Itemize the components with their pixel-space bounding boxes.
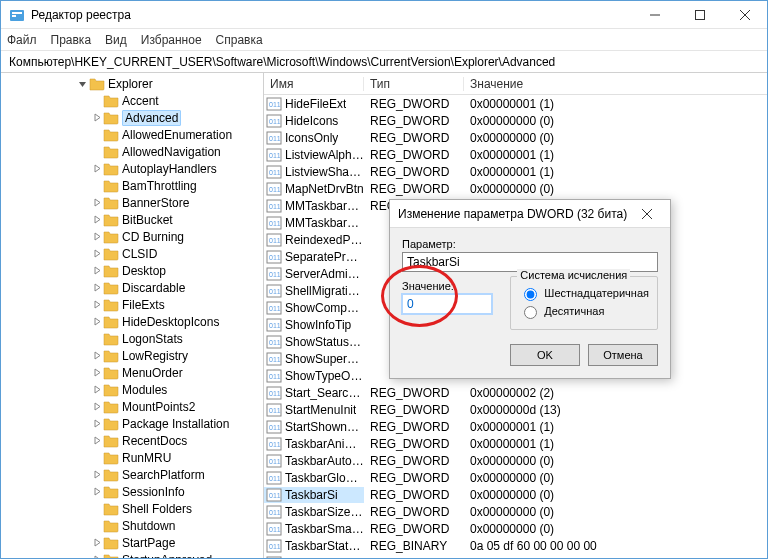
- tree-row[interactable]: StartPage: [1, 534, 263, 551]
- tree-row[interactable]: HideDesktopIcons: [1, 313, 263, 330]
- chevron-right-icon[interactable]: [89, 432, 103, 449]
- tree-label: FileExts: [122, 298, 165, 312]
- tree-row[interactable]: RunMRU: [1, 449, 263, 466]
- menu-view[interactable]: Вид: [105, 33, 127, 47]
- tree-row[interactable]: CD Burning: [1, 228, 263, 245]
- chevron-right-icon[interactable]: [89, 398, 103, 415]
- tree-row[interactable]: Accent: [1, 92, 263, 109]
- svg-text:011: 011: [269, 237, 281, 244]
- list-row[interactable]: 011TaskbarAnimati...REG_DWORD0x00000001 …: [264, 435, 767, 452]
- value-input[interactable]: [402, 294, 492, 314]
- list-row[interactable]: 011ListviewAlphaSe...REG_DWORD0x00000001…: [264, 146, 767, 163]
- chevron-right-icon[interactable]: [89, 245, 103, 262]
- column-type[interactable]: Тип: [364, 77, 464, 91]
- list-row[interactable]: 011StartShownOnU...REG_DWORD0x00000001 (…: [264, 418, 767, 435]
- tree-row[interactable]: MountPoints2: [1, 398, 263, 415]
- chevron-right-icon[interactable]: [89, 466, 103, 483]
- chevron-right-icon[interactable]: [89, 551, 103, 558]
- radio-dec[interactable]: Десятичная: [519, 303, 649, 319]
- tree-row[interactable]: Discardable: [1, 279, 263, 296]
- menu-favorites[interactable]: Избранное: [141, 33, 202, 47]
- chevron-right-icon[interactable]: [89, 296, 103, 313]
- chevron-right-icon[interactable]: [89, 381, 103, 398]
- tree-row[interactable]: RecentDocs: [1, 432, 263, 449]
- column-name[interactable]: Имя: [264, 77, 364, 91]
- column-data[interactable]: Значение: [464, 77, 767, 91]
- tree-row[interactable]: SearchPlatform: [1, 466, 263, 483]
- list-row[interactable]: 011IconsOnlyREG_DWORD0x00000000 (0): [264, 129, 767, 146]
- tree-row[interactable]: MenuOrder: [1, 364, 263, 381]
- svg-text:011: 011: [269, 492, 281, 499]
- svg-rect-4: [695, 10, 704, 19]
- chevron-right-icon[interactable]: [89, 160, 103, 177]
- list-row[interactable]: 011TaskbarAutoHid...REG_DWORD0x00000000 …: [264, 452, 767, 469]
- list-row[interactable]: 011WebViewREG_DWORD0x00000001 (1): [264, 554, 767, 558]
- tree-row[interactable]: CLSID: [1, 245, 263, 262]
- tree-row[interactable]: BamThrottling: [1, 177, 263, 194]
- list-row[interactable]: 011MapNetDrvBtnREG_DWORD0x00000000 (0): [264, 180, 767, 197]
- list-row[interactable]: 011TaskbarGlomLevelREG_DWORD0x00000000 (…: [264, 469, 767, 486]
- menu-file[interactable]: Файл: [7, 33, 37, 47]
- tree-row[interactable]: LowRegistry: [1, 347, 263, 364]
- tree-label: StartupApproved: [122, 553, 212, 559]
- list-row[interactable]: 011HideFileExtREG_DWORD0x00000001 (1): [264, 95, 767, 112]
- chevron-right-icon[interactable]: [89, 364, 103, 381]
- tree-pane[interactable]: ExplorerAccentAdvancedAllowedEnumeration…: [1, 73, 264, 558]
- tree-row[interactable]: AutoplayHandlers: [1, 160, 263, 177]
- tree-row[interactable]: StartupApproved: [1, 551, 263, 558]
- chevron-right-icon[interactable]: [89, 415, 103, 432]
- chevron-right-icon[interactable]: [89, 534, 103, 551]
- list-row[interactable]: 011StartMenuInitREG_DWORD0x0000000d (13): [264, 401, 767, 418]
- chevron-right-icon[interactable]: [89, 211, 103, 228]
- tree-label: CD Burning: [122, 230, 184, 244]
- list-row[interactable]: 011HideIconsREG_DWORD0x00000000 (0): [264, 112, 767, 129]
- tree-row[interactable]: LogonStats: [1, 330, 263, 347]
- chevron-right-icon[interactable]: [89, 109, 103, 126]
- svg-text:011: 011: [269, 441, 281, 448]
- chevron-right-icon: [89, 517, 103, 534]
- list-row[interactable]: 011ListviewShadowREG_DWORD0x00000001 (1): [264, 163, 767, 180]
- tree-row[interactable]: SessionInfo: [1, 483, 263, 500]
- menu-edit[interactable]: Правка: [51, 33, 92, 47]
- tree-row[interactable]: BitBucket: [1, 211, 263, 228]
- list-row[interactable]: 011Start_SearchFilesREG_DWORD0x00000002 …: [264, 384, 767, 401]
- tree-row[interactable]: AllowedNavigation: [1, 143, 263, 160]
- value-icon: 011: [266, 504, 282, 520]
- list-row[interactable]: 011TaskbarSizeMoveREG_DWORD0x00000000 (0…: [264, 503, 767, 520]
- chevron-right-icon[interactable]: [89, 483, 103, 500]
- tree-row[interactable]: AllowedEnumeration: [1, 126, 263, 143]
- dialog-close-button[interactable]: [632, 200, 662, 227]
- tree-row[interactable]: Advanced: [1, 109, 263, 126]
- chevron-right-icon[interactable]: [89, 228, 103, 245]
- chevron-right-icon[interactable]: [89, 313, 103, 330]
- radio-hex[interactable]: Шестнадцатеричная: [519, 285, 649, 301]
- list-row[interactable]: 011TaskbarSmallIconsREG_DWORD0x00000000 …: [264, 520, 767, 537]
- chevron-right-icon[interactable]: [89, 279, 103, 296]
- chevron-right-icon[interactable]: [89, 347, 103, 364]
- value-data: 0x00000001 (1): [464, 556, 767, 559]
- tree-row[interactable]: Desktop: [1, 262, 263, 279]
- tree-label: BitBucket: [122, 213, 173, 227]
- list-row[interactable]: 011TaskbarStateLast...REG_BINARY0a 05 df…: [264, 537, 767, 554]
- ok-button[interactable]: OK: [510, 344, 580, 366]
- tree-row[interactable]: Package Installation: [1, 415, 263, 432]
- tree-row-root[interactable]: Explorer: [1, 75, 263, 92]
- chevron-right-icon[interactable]: [89, 262, 103, 279]
- close-button[interactable]: [722, 1, 767, 28]
- tree-row[interactable]: BannerStore: [1, 194, 263, 211]
- cancel-button[interactable]: Отмена: [588, 344, 658, 366]
- chevron-right-icon[interactable]: [89, 194, 103, 211]
- address-bar[interactable]: Компьютер\HKEY_CURRENT_USER\Software\Mic…: [1, 51, 767, 73]
- maximize-button[interactable]: [677, 1, 722, 28]
- tree-row[interactable]: Modules: [1, 381, 263, 398]
- menu-help[interactable]: Справка: [216, 33, 263, 47]
- value-type: REG_DWORD: [364, 522, 464, 536]
- minimize-button[interactable]: [632, 1, 677, 28]
- tree-label: SessionInfo: [122, 485, 185, 499]
- tree-row[interactable]: FileExts: [1, 296, 263, 313]
- chevron-down-icon[interactable]: [75, 75, 89, 92]
- tree-row[interactable]: Shutdown: [1, 517, 263, 534]
- tree-row[interactable]: Shell Folders: [1, 500, 263, 517]
- list-row[interactable]: 011TaskbarSiREG_DWORD0x00000000 (0): [264, 486, 767, 503]
- value-data: 0x00000001 (1): [464, 420, 767, 434]
